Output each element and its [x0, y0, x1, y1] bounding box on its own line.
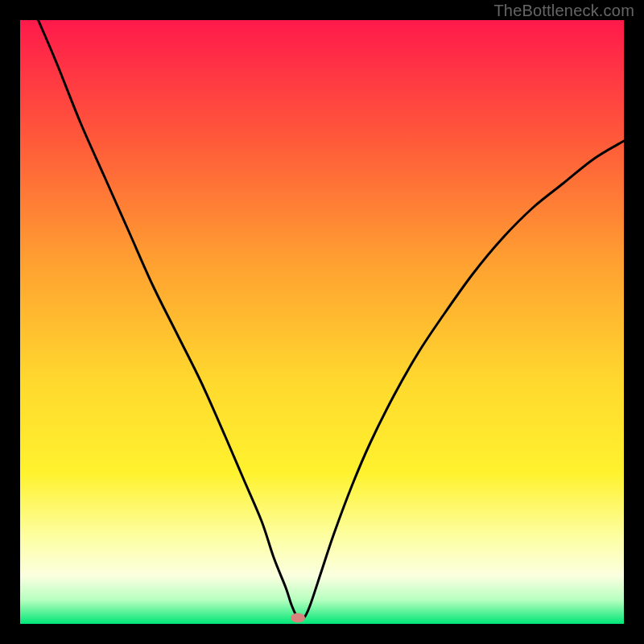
watermark-text: TheBottleneck.com [493, 2, 634, 20]
plot-area [20, 20, 624, 624]
minimum-marker [291, 613, 305, 623]
gradient-background [20, 20, 624, 624]
chart-frame: TheBottleneck.com [0, 0, 644, 644]
chart-svg [20, 20, 624, 624]
